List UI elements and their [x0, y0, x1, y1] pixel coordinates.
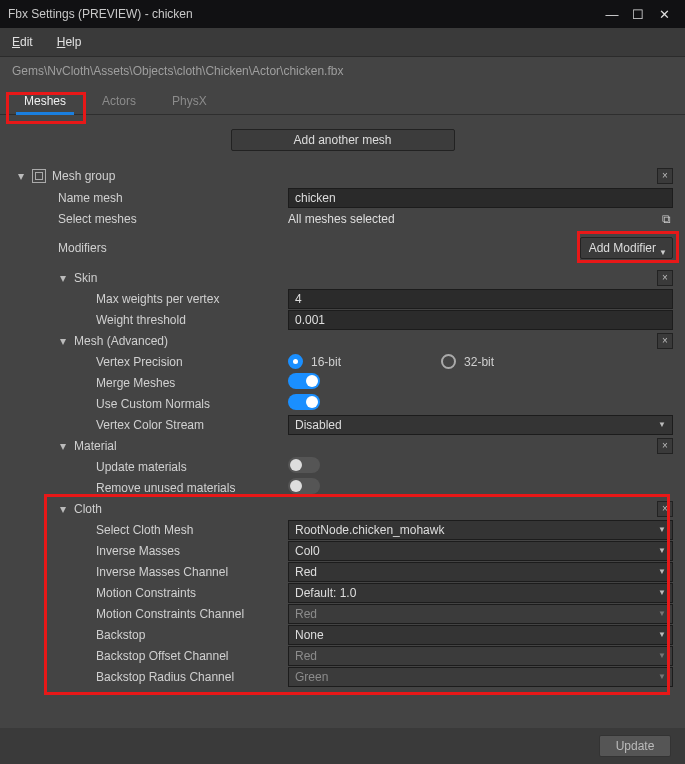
- body: Add another mesh ▾ Mesh group × Name mes…: [0, 115, 685, 728]
- tab-actors[interactable]: Actors: [84, 88, 154, 114]
- tabbar: Meshes Actors PhysX: [0, 85, 685, 115]
- remove-unused-toggle[interactable]: [288, 478, 320, 494]
- select-cloth-mesh-label: Select Cloth Mesh: [12, 523, 288, 537]
- max-weights-input[interactable]: 4: [288, 289, 673, 309]
- remove-cloth-button[interactable]: ×: [657, 501, 673, 517]
- inverse-masses-value: Col0: [295, 542, 320, 560]
- radio-dot-icon: [441, 354, 456, 369]
- remove-unused-label: Remove unused materials: [12, 481, 288, 495]
- caret-icon[interactable]: ▾: [60, 439, 70, 453]
- tab-meshes[interactable]: Meshes: [6, 88, 84, 114]
- tab-physx[interactable]: PhysX: [154, 88, 225, 114]
- radio-32bit-label: 32-bit: [464, 355, 494, 369]
- maximize-button[interactable]: ☐: [625, 7, 651, 22]
- menu-help[interactable]: Help: [57, 35, 82, 49]
- merge-meshes-toggle[interactable]: [288, 373, 320, 389]
- caret-icon[interactable]: ▾: [18, 169, 28, 183]
- window-title: Fbx Settings (PREVIEW) - chicken: [8, 7, 599, 21]
- inverse-masses-channel-value: Red: [295, 563, 317, 581]
- radio-16bit[interactable]: 16-bit: [288, 354, 341, 369]
- backstop-radius-channel-value: Green: [295, 668, 328, 686]
- file-path: Gems\NvCloth\Assets\Objects\cloth\Chicke…: [0, 57, 685, 85]
- add-another-mesh-button[interactable]: Add another mesh: [231, 129, 455, 151]
- motion-constraints-select[interactable]: Default: 1.0: [288, 583, 673, 603]
- motion-constraints-channel-label: Motion Constraints Channel: [12, 607, 288, 621]
- vertex-color-stream-value: Disabled: [295, 416, 342, 434]
- cloth-header-row: ▾ Cloth ×: [12, 498, 673, 519]
- motion-constraints-channel-value: Red: [295, 605, 317, 623]
- merge-meshes-label: Merge Meshes: [12, 376, 288, 390]
- titlebar: Fbx Settings (PREVIEW) - chicken — ☐ ✕: [0, 0, 685, 28]
- add-modifier-button[interactable]: Add Modifier: [580, 237, 673, 259]
- skin-header: Skin: [74, 271, 97, 285]
- inverse-masses-select[interactable]: Col0: [288, 541, 673, 561]
- skin-header-row: ▾ Skin ×: [12, 267, 673, 288]
- radio-dot-icon: [288, 354, 303, 369]
- backstop-radius-channel-select: Green: [288, 667, 673, 687]
- cloth-header: Cloth: [74, 502, 102, 516]
- footer: Update: [0, 728, 685, 764]
- mesh-adv-header-row: ▾ Mesh (Advanced) ×: [12, 330, 673, 351]
- remove-mesh-adv-button[interactable]: ×: [657, 333, 673, 349]
- hierarchy-icon[interactable]: ⧉: [659, 212, 673, 226]
- mesh-group-label: Mesh group: [52, 169, 115, 183]
- menu-edit[interactable]: Edit: [12, 35, 33, 49]
- backstop-select[interactable]: None: [288, 625, 673, 645]
- modifiers-label: Modifiers: [12, 241, 288, 255]
- close-window-button[interactable]: ✕: [651, 7, 677, 22]
- update-materials-toggle[interactable]: [288, 457, 320, 473]
- caret-icon[interactable]: ▾: [60, 271, 70, 285]
- radio-32bit[interactable]: 32-bit: [441, 354, 494, 369]
- backstop-offset-channel-select: Red: [288, 646, 673, 666]
- weight-threshold-input[interactable]: 0.001: [288, 310, 673, 330]
- mesh-group-icon: [32, 169, 46, 183]
- vertex-color-stream-select[interactable]: Disabled: [288, 415, 673, 435]
- radio-16bit-label: 16-bit: [311, 355, 341, 369]
- name-mesh-label: Name mesh: [12, 191, 288, 205]
- select-cloth-mesh-value: RootNode.chicken_mohawk: [295, 521, 444, 539]
- inverse-masses-channel-select[interactable]: Red: [288, 562, 673, 582]
- caret-icon[interactable]: ▾: [60, 334, 70, 348]
- mesh-adv-header: Mesh (Advanced): [74, 334, 168, 348]
- update-button[interactable]: Update: [599, 735, 671, 757]
- caret-icon[interactable]: ▾: [60, 502, 70, 516]
- max-weights-label: Max weights per vertex: [12, 292, 288, 306]
- menubar: Edit Help: [0, 28, 685, 57]
- vertex-color-stream-label: Vertex Color Stream: [12, 418, 288, 432]
- select-meshes-label: Select meshes: [12, 212, 288, 226]
- inverse-masses-channel-label: Inverse Masses Channel: [12, 565, 288, 579]
- select-meshes-value: All meshes selected: [288, 212, 655, 226]
- material-header: Material: [74, 439, 117, 453]
- use-custom-normals-toggle[interactable]: [288, 394, 320, 410]
- backstop-offset-channel-label: Backstop Offset Channel: [12, 649, 288, 663]
- backstop-radius-channel-label: Backstop Radius Channel: [12, 670, 288, 684]
- minimize-button[interactable]: —: [599, 7, 625, 22]
- mesh-group-header: ▾ Mesh group ×: [12, 165, 673, 186]
- backstop-offset-channel-value: Red: [295, 647, 317, 665]
- motion-constraints-label: Motion Constraints: [12, 586, 288, 600]
- remove-material-button[interactable]: ×: [657, 438, 673, 454]
- name-mesh-input[interactable]: chicken: [288, 188, 673, 208]
- select-cloth-mesh-select[interactable]: RootNode.chicken_mohawk: [288, 520, 673, 540]
- remove-skin-button[interactable]: ×: [657, 270, 673, 286]
- motion-constraints-channel-select: Red: [288, 604, 673, 624]
- motion-constraints-value: Default: 1.0: [295, 584, 356, 602]
- backstop-label: Backstop: [12, 628, 288, 642]
- remove-mesh-group-button[interactable]: ×: [657, 168, 673, 184]
- use-custom-normals-label: Use Custom Normals: [12, 397, 288, 411]
- inverse-masses-label: Inverse Masses: [12, 544, 288, 558]
- backstop-value: None: [295, 626, 324, 644]
- vertex-precision-label: Vertex Precision: [12, 355, 288, 369]
- weight-threshold-label: Weight threshold: [12, 313, 288, 327]
- update-materials-label: Update materials: [12, 460, 288, 474]
- material-header-row: ▾ Material ×: [12, 435, 673, 456]
